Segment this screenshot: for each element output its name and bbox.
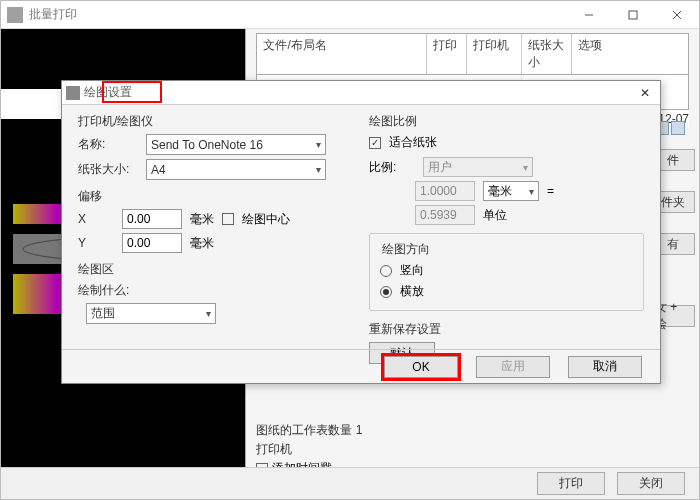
- scale-den-input: 0.5939: [415, 205, 475, 225]
- close-button[interactable]: [655, 1, 699, 29]
- paper-select[interactable]: A4: [146, 159, 326, 180]
- view-icon-2[interactable]: [671, 121, 685, 135]
- resave-label: 重新保存设置: [369, 321, 644, 338]
- plot-settings-dialog: 绘图设置 ✕ 打印机/绘图仪 名称: Send To OneNote 16 纸张…: [61, 80, 661, 384]
- x-unit: 毫米: [190, 211, 214, 228]
- ratio-label: 比例:: [369, 159, 415, 176]
- th-paper[interactable]: 纸张大小: [522, 34, 572, 74]
- y-input[interactable]: 0.00: [122, 233, 182, 253]
- printer-select[interactable]: Send To OneNote 16: [146, 134, 326, 155]
- side-button-1[interactable]: 件: [655, 149, 695, 171]
- sheet-count-label: 图纸的工作表数量 1: [256, 422, 689, 439]
- dialog-icon: [66, 86, 80, 100]
- drawarea-group-label: 绘图区: [78, 261, 353, 278]
- drawwhat-select[interactable]: 范围: [86, 303, 216, 324]
- fit-paper-label: 适合纸张: [389, 134, 437, 151]
- scale-group-label: 绘图比例: [369, 113, 644, 130]
- cancel-button[interactable]: 取消: [568, 356, 642, 378]
- printer-group-label: 打印机/绘图仪: [78, 113, 353, 130]
- th-options[interactable]: 选项: [572, 34, 688, 74]
- center-label: 绘图中心: [242, 211, 290, 228]
- paper-label: 纸张大小:: [78, 161, 138, 178]
- th-printer[interactable]: 打印机: [467, 34, 522, 74]
- y-label: Y: [78, 236, 114, 250]
- minimize-button[interactable]: [567, 1, 611, 29]
- apply-button: 应用: [476, 356, 550, 378]
- maximize-button[interactable]: [611, 1, 655, 29]
- orient-legend: 绘图方向: [380, 241, 432, 258]
- name-label: 名称:: [78, 136, 138, 153]
- landscape-label: 横放: [400, 283, 424, 300]
- side-buttons: 件 件夹 有 女 + 绘: [655, 121, 695, 327]
- offset-group-label: 偏移: [78, 188, 353, 205]
- side-button-3[interactable]: 有: [655, 233, 695, 255]
- th-print[interactable]: 打印: [427, 34, 467, 74]
- main-footer: 打印 关闭: [1, 467, 699, 499]
- ratio-select: 用户: [423, 157, 533, 177]
- x-input[interactable]: 0.00: [122, 209, 182, 229]
- equals-label: =: [547, 184, 554, 198]
- scale-num-input: 1.0000: [415, 181, 475, 201]
- scale-unit-select[interactable]: 毫米: [483, 181, 539, 201]
- landscape-radio[interactable]: [380, 286, 392, 298]
- side-button-2[interactable]: 件夹: [655, 191, 695, 213]
- print-button[interactable]: 打印: [537, 472, 605, 495]
- titlebar: 批量打印: [1, 1, 699, 29]
- window-title: 批量打印: [29, 6, 567, 23]
- dialog-close-button[interactable]: ✕: [630, 86, 660, 100]
- dialog-footer: OK 应用 取消: [62, 349, 660, 383]
- portrait-label: 竖向: [400, 262, 424, 279]
- close-button-footer[interactable]: 关闭: [617, 472, 685, 495]
- portrait-radio[interactable]: [380, 265, 392, 277]
- th-file[interactable]: 文件/布局名: [257, 34, 427, 74]
- center-checkbox[interactable]: [222, 213, 234, 225]
- y-unit: 毫米: [190, 235, 214, 252]
- ok-button[interactable]: OK: [384, 356, 458, 378]
- side-button-4[interactable]: 女 + 绘: [655, 305, 695, 327]
- unit-label: 单位: [483, 207, 507, 224]
- x-label: X: [78, 212, 114, 226]
- printer-section-label: 打印机: [256, 441, 689, 458]
- fit-paper-checkbox[interactable]: [369, 137, 381, 149]
- app-icon: [7, 7, 23, 23]
- table-header: 文件/布局名 打印 打印机 纸张大小 选项: [256, 33, 689, 75]
- dialog-titlebar: 绘图设置 ✕: [62, 81, 660, 105]
- drawwhat-label: 绘制什么:: [78, 282, 138, 299]
- dialog-title: 绘图设置: [84, 84, 132, 101]
- svg-rect-1: [629, 11, 637, 19]
